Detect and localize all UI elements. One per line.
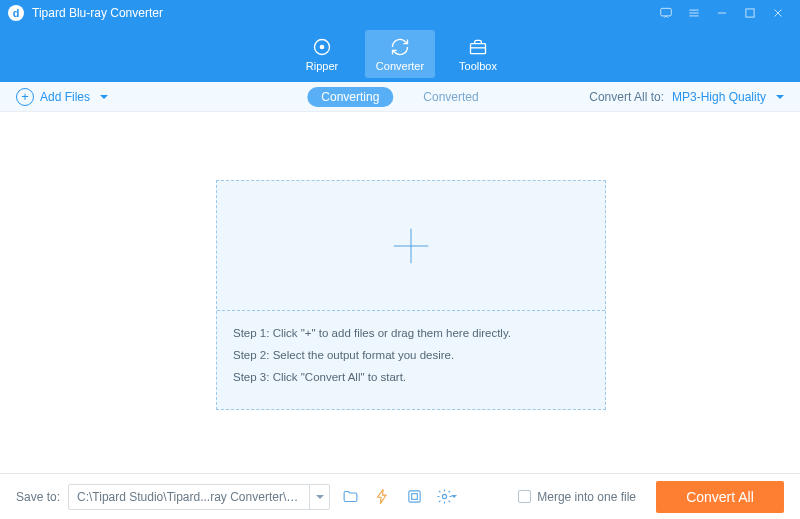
add-files-label: Add Files — [40, 90, 90, 104]
svg-point-16 — [442, 494, 446, 498]
app-title: Tipard Blu-ray Converter — [32, 6, 652, 20]
output-format-dropdown[interactable]: MP3-High Quality — [672, 90, 784, 104]
nav-toolbox-label: Toolbox — [459, 60, 497, 72]
plus-circle-icon: + — [16, 88, 34, 106]
gpu-accel-button[interactable] — [370, 485, 394, 509]
drop-zone: Step 1: Click "+" to add files or drag t… — [216, 180, 606, 410]
svg-rect-5 — [746, 9, 754, 17]
settings-button[interactable] — [434, 485, 458, 509]
toolbar: + Add Files Converting Converted Convert… — [0, 82, 800, 112]
nav-toolbox[interactable]: Toolbox — [443, 30, 513, 78]
nav-ripper-label: Ripper — [306, 60, 338, 72]
add-files-button[interactable]: + Add Files — [16, 88, 108, 106]
save-path-value[interactable]: C:\Tipard Studio\Tipard...ray Converter\… — [69, 486, 309, 508]
nav-converter[interactable]: Converter — [365, 30, 435, 78]
svg-point-9 — [320, 45, 323, 48]
merge-label: Merge into one file — [537, 490, 636, 504]
save-path-dropdown[interactable] — [309, 485, 329, 509]
feedback-icon[interactable] — [652, 0, 680, 26]
chevron-down-icon — [316, 495, 324, 499]
svg-rect-10 — [471, 43, 486, 53]
main-area: Step 1: Click "+" to add files or drag t… — [0, 112, 800, 473]
status-tabs: Converting Converted — [307, 87, 492, 107]
save-to-label: Save to: — [16, 490, 60, 504]
nav-converter-label: Converter — [376, 60, 424, 72]
chevron-down-icon — [451, 495, 457, 498]
maximize-button[interactable] — [736, 0, 764, 26]
open-folder-button[interactable] — [338, 485, 362, 509]
merge-checkbox[interactable]: Merge into one file — [518, 490, 636, 504]
convert-all-to: Convert All to: MP3-High Quality — [589, 90, 784, 104]
minimize-button[interactable] — [708, 0, 736, 26]
convert-all-to-label: Convert All to: — [589, 90, 664, 104]
step-1: Step 1: Click "+" to add files or drag t… — [233, 323, 589, 345]
svg-rect-15 — [411, 494, 417, 500]
step-3: Step 3: Click "Convert All" to start. — [233, 367, 589, 389]
add-files-dropzone[interactable] — [217, 181, 605, 311]
plus-icon — [388, 223, 434, 269]
close-button[interactable] — [764, 0, 792, 26]
svg-rect-0 — [661, 8, 672, 16]
app-logo: d — [8, 5, 24, 21]
tab-converted[interactable]: Converted — [409, 87, 492, 107]
tab-converting[interactable]: Converting — [307, 87, 393, 107]
menu-icon[interactable] — [680, 0, 708, 26]
save-path-box: C:\Tipard Studio\Tipard...ray Converter\… — [68, 484, 330, 510]
footer-bar: Save to: C:\Tipard Studio\Tipard...ray C… — [0, 473, 800, 519]
main-nav: Ripper Converter Toolbox — [0, 26, 800, 82]
svg-rect-14 — [408, 491, 419, 502]
convert-all-button[interactable]: Convert All — [656, 481, 784, 513]
nav-ripper[interactable]: Ripper — [287, 30, 357, 78]
chevron-down-icon — [776, 95, 784, 99]
title-bar: d Tipard Blu-ray Converter — [0, 0, 800, 26]
instructions: Step 1: Click "+" to add files or drag t… — [217, 311, 605, 401]
output-format-value: MP3-High Quality — [672, 90, 766, 104]
checkbox-icon — [518, 490, 531, 503]
chevron-down-icon — [100, 95, 108, 99]
task-schedule-button[interactable] — [402, 485, 426, 509]
step-2: Step 2: Select the output format you des… — [233, 345, 589, 367]
